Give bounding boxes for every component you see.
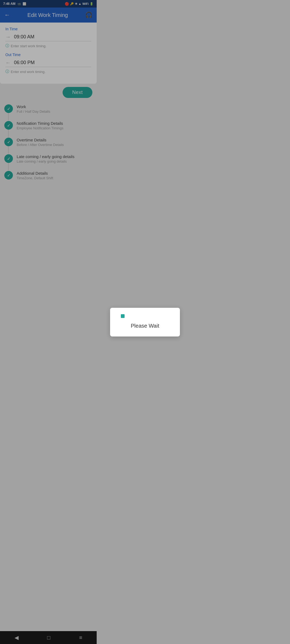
modal-overlay: Please Wait <box>0 0 97 215</box>
